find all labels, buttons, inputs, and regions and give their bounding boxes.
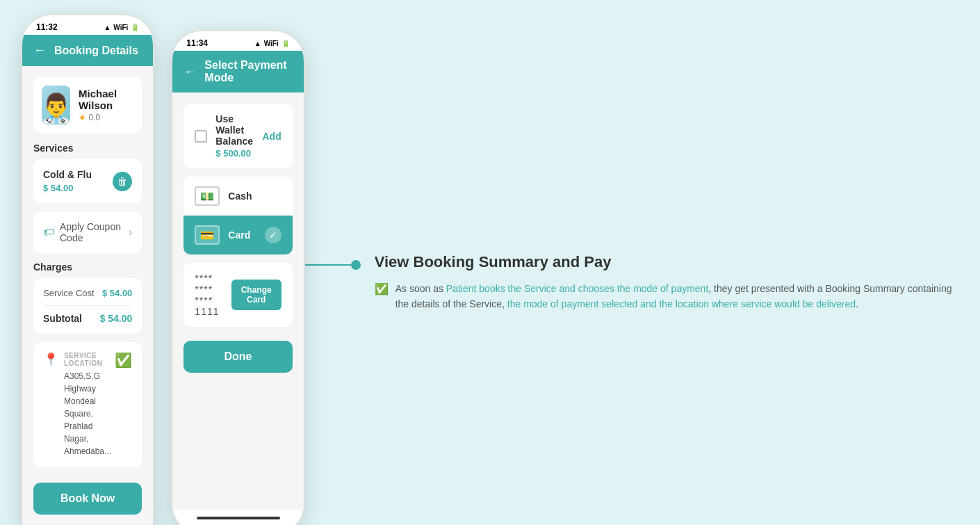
doctor-avatar: 👨‍⚕️ (42, 86, 70, 124)
status-icons-2: ▲WiFi🔋 (254, 40, 290, 47)
rating-value: 0.0 (88, 113, 100, 122)
booking-details-phone: 11:32 ▲WiFi🔋 ← Booking Details 👨‍⚕️ Mich… (21, 14, 154, 525)
star-icon: ★ (79, 113, 86, 122)
location-address2: Mondeal Square, Prahlad Nagar, Ahmedaba.… (64, 395, 115, 458)
service-cost-label: Service Cost (43, 288, 95, 298)
coupon-left: 🏷 Apply Coupon Code (43, 221, 129, 243)
service-card: Cold & Flu $ 54.00 🗑 (33, 159, 142, 203)
status-bar-1: 11:32 ▲WiFi🔋 (22, 15, 153, 35)
doctor-info: Michael Wilson ★ 0.0 (79, 88, 133, 122)
charges-card: Service Cost $ 54.00 Subtotal $ 54.00 (33, 278, 142, 334)
avatar-icon: 👨‍⚕️ (42, 92, 70, 124)
card-icon: 💳 (195, 225, 220, 245)
charges-label: Charges (33, 261, 142, 273)
location-address1: A305,S.G Highway (64, 370, 115, 395)
doctor-card: 👨‍⚕️ Michael Wilson ★ 0.0 (33, 77, 142, 133)
coupon-arrow-icon: › (129, 226, 132, 239)
bullet-check-icon: ✅ (375, 282, 389, 296)
wallet-info: Use Wallet Balance $ 500.00 (215, 113, 254, 159)
bullet-text: As soon as Patient books the Service and… (395, 281, 959, 312)
service-cost-row: Service Cost $ 54.00 (43, 288, 132, 306)
bullet-highlight2: the mode of payment selected and the loc… (507, 298, 856, 309)
phone2-body: Use Wallet Balance $ 500.00 Add 💵 Cash 💳… (172, 92, 303, 510)
subtotal-label: Subtotal (43, 313, 82, 324)
card-number-row: **** **** **** 1111 Change Card (183, 263, 292, 327)
location-label: SERVICE LOCATION (64, 352, 115, 367)
card-number: **** **** **** 1111 (195, 273, 231, 317)
payment-phone: 11:34 ▲WiFi🔋 ← Select Payment Mode Use W… (171, 30, 304, 525)
doctor-name: Michael Wilson (79, 88, 133, 111)
header-title-1: Booking Details (54, 45, 138, 57)
coupon-card[interactable]: 🏷 Apply Coupon Code › (33, 211, 142, 253)
service-cost-value: $ 54.00 (102, 288, 132, 298)
coupon-icon: 🏷 (43, 226, 54, 239)
card-option[interactable]: 💳 Card ✓ (183, 216, 292, 255)
bullet-highlight1: Patient books the Service and chooses th… (446, 283, 708, 294)
delete-service-button[interactable]: 🗑 (113, 172, 132, 191)
location-card: 📍 SERVICE LOCATION A305,S.G Highway Mond… (33, 342, 142, 467)
status-icons-1: ▲WiFi🔋 (104, 24, 139, 31)
wallet-title: Use Wallet Balance (215, 113, 254, 147)
services-label: Services (33, 143, 142, 154)
time-2: 11:34 (186, 38, 208, 48)
wallet-add-button[interactable]: Add (262, 131, 281, 142)
bullet-text3: . (856, 298, 858, 309)
back-button-2[interactable]: ← (183, 65, 196, 79)
info-title: View Booking Summary and Pay (375, 253, 959, 271)
cash-icon: 💵 (195, 186, 220, 206)
wallet-card: Use Wallet Balance $ 500.00 Add (183, 104, 292, 168)
location-check-icon: ✅ (115, 352, 132, 369)
status-bar-2: 11:34 ▲WiFi🔋 (172, 31, 303, 51)
payment-methods-card: 💵 Cash 💳 Card ✓ (183, 177, 292, 255)
service-price: $ 54.00 (43, 183, 92, 193)
header-1: ← Booking Details (22, 35, 153, 66)
coupon-text: Apply Coupon Code (60, 221, 129, 243)
location-details: SERVICE LOCATION A305,S.G Highway Mondea… (64, 352, 115, 458)
header-title-2: Select Payment Mode (204, 59, 292, 84)
change-card-button[interactable]: Change Card (231, 280, 281, 310)
wallet-balance: $ 500.00 (215, 148, 254, 159)
subtotal-value: $ 54.00 (100, 313, 133, 324)
cash-option[interactable]: 💵 Cash (183, 177, 292, 216)
connector-line (305, 264, 361, 266)
card-label: Card (228, 229, 256, 241)
phone1-body: 👨‍⚕️ Michael Wilson ★ 0.0 Services Cold … (22, 66, 153, 525)
header-2: ← Select Payment Mode (172, 51, 303, 92)
book-now-button[interactable]: Book Now (33, 483, 142, 515)
info-bullet: ✅ As soon as Patient books the Service a… (375, 281, 959, 312)
doctor-rating: ★ 0.0 (79, 113, 133, 122)
time-1: 11:32 (36, 22, 58, 32)
bullet-text1: As soon as (395, 283, 446, 294)
back-button-1[interactable]: ← (33, 43, 46, 58)
location-pin-icon: 📍 (43, 352, 58, 458)
home-indicator-2 (197, 517, 280, 519)
service-name: Cold & Flu (43, 169, 92, 180)
done-button[interactable]: Done (183, 341, 292, 373)
cash-label: Cash (228, 191, 281, 202)
subtotal-row: Subtotal $ 54.00 (43, 313, 132, 324)
location-left: 📍 SERVICE LOCATION A305,S.G Highway Mond… (43, 352, 115, 458)
info-panel: View Booking Summary and Pay ✅ As soon a… (361, 253, 959, 312)
card-check-icon: ✓ (265, 227, 281, 243)
wallet-checkbox[interactable] (195, 130, 207, 143)
